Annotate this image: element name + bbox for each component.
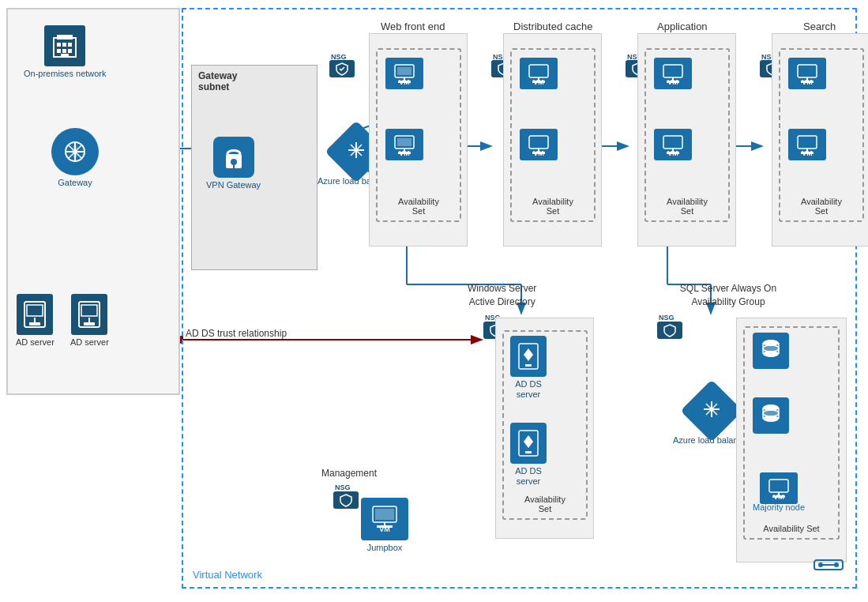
svg-rect-22 <box>62 43 66 47</box>
nsg-mgmt-label: NSG <box>335 483 351 491</box>
avail-set-app-label: AvailabilitySet <box>646 197 728 216</box>
avail-set-sql: Availability Set <box>743 326 840 540</box>
svg-rect-23 <box>68 43 72 47</box>
nsg-sql <box>657 322 682 339</box>
ad-server-1-wrap: AD server <box>16 294 54 348</box>
avail-set-web-front-end: AvailabilitySet <box>376 48 461 222</box>
application-title: Application <box>657 21 708 32</box>
building-icon-wrap: On-premises network <box>24 25 107 79</box>
vpn-gateway-icon <box>213 137 254 178</box>
vpn-gateway-label: VPN Gateway <box>206 180 261 190</box>
virtual-network-box: Virtual Network Gatewaysubnet VPN Gatewa… <box>182 8 857 589</box>
ad-servers-wrap: AD server AD server <box>16 294 109 348</box>
azure-lb-sql-icon <box>690 389 734 433</box>
svg-rect-98 <box>375 509 394 520</box>
svg-rect-26 <box>68 49 72 53</box>
vn-connector-icon <box>813 557 844 576</box>
gateway-subnet-label: Gatewaysubnet <box>198 70 237 92</box>
nsg-web-label: NSG <box>331 53 347 61</box>
ad-server-1-icon <box>17 294 53 335</box>
nsg-sql-label: NSG <box>659 314 674 322</box>
nsg-web-front-end <box>329 60 355 77</box>
avail-set-dc: AvailabilitySet <box>510 48 596 222</box>
gateway-circle-icon <box>51 128 99 175</box>
avail-set-windows-ad: AvailabilitySet <box>502 330 588 520</box>
avail-set-sql-label: Availability Set <box>745 524 838 533</box>
avail-set-search-label: AvailabilitySet <box>780 197 862 216</box>
avail-set-app: AvailabilitySet <box>644 48 730 222</box>
svg-rect-27 <box>61 54 69 57</box>
svg-point-42 <box>231 159 237 165</box>
search-section: VM VM AvailabilitySet <box>772 33 868 246</box>
jumpbox-wrap: VM Jumpbox <box>361 498 408 553</box>
virtual-network-label: Virtual Network <box>193 569 262 581</box>
distributed-cache-title: Distributed cache <box>513 21 592 32</box>
ad-server-2-wrap: AD server <box>70 294 109 348</box>
architecture-diagram: On-premises network Gateway <box>0 0 868 602</box>
gateway-icon-wrap: Gateway <box>51 128 99 188</box>
svg-rect-40 <box>84 322 95 325</box>
gateway-subnet-box: Gatewaysubnet VPN Gateway <box>191 65 318 270</box>
nsg-management <box>333 491 359 509</box>
windows-ad-section: AD DSserver AD DSserver AvailabilitySet <box>495 318 594 539</box>
jumpbox-icon: VM <box>361 498 408 540</box>
gateway-label: Gateway <box>51 178 99 188</box>
svg-rect-36 <box>29 322 40 325</box>
windows-server-ad-title: Windows ServerActive Directory <box>468 282 536 309</box>
svg-rect-25 <box>62 49 66 53</box>
svg-rect-38 <box>81 305 97 316</box>
ad-server-1-label: AD server <box>16 337 54 348</box>
sql-avail-set-section: VM Majority node Availability Set <box>736 318 847 562</box>
application-section: VM VM AvailabilitySet <box>637 33 736 246</box>
avail-set-dc-label: AvailabilitySet <box>512 197 594 216</box>
on-premises-label: On-premises network <box>24 69 107 79</box>
svg-rect-21 <box>57 43 61 47</box>
ad-server-2-label: AD server <box>70 337 109 348</box>
svg-rect-20 <box>57 35 73 40</box>
building-icon <box>44 25 85 66</box>
svg-point-103 <box>818 562 823 567</box>
vpn-gateway-wrap: VPN Gateway <box>206 137 261 190</box>
avail-set-search: AvailabilitySet <box>779 48 864 222</box>
svg-point-104 <box>834 562 839 567</box>
management-title: Management <box>321 468 377 479</box>
web-front-end-section: VM VM AvailabilitySet <box>369 33 468 246</box>
web-front-end-title: Web front end <box>381 21 445 32</box>
jumpbox-label: Jumpbox <box>367 543 403 553</box>
distributed-cache-section: VM VM AvailabilitySet <box>503 33 602 246</box>
search-title: Search <box>803 21 836 32</box>
on-premises-section: On-premises network Gateway <box>6 8 180 395</box>
ad-server-2-icon <box>71 294 107 335</box>
avail-set-windows-ad-label: AvailabilitySet <box>504 495 586 514</box>
svg-rect-34 <box>27 305 43 316</box>
sql-server-title: SQL Server Always OnAvailability Group <box>641 282 815 309</box>
svg-rect-24 <box>57 49 61 53</box>
avail-set-web-front-end-label: AvailabilitySet <box>378 197 460 216</box>
